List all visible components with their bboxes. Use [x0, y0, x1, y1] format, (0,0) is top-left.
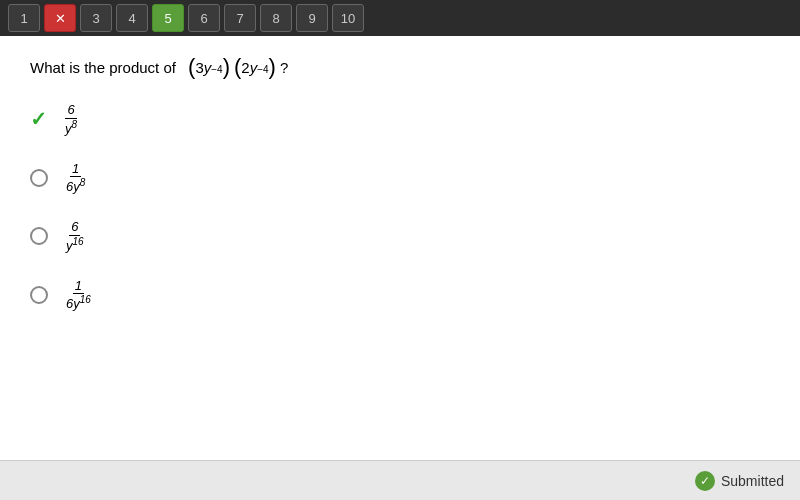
option-a[interactable]: ✓ 6 y8: [30, 102, 770, 137]
nav-btn-8[interactable]: 8: [260, 4, 292, 32]
radio-c: [30, 227, 48, 245]
nav-btn-5[interactable]: 5: [152, 4, 184, 32]
bottom-bar: ✓ Submitted: [0, 460, 800, 500]
option-b[interactable]: 1 6y8: [30, 161, 770, 196]
option-a-value: 6 y8: [61, 102, 81, 137]
option-b-value: 1 6y8: [62, 161, 89, 196]
expr2: ( 2y−4 ): [234, 56, 276, 78]
nav-btn-6[interactable]: 6: [188, 4, 220, 32]
nav-btn-3[interactable]: 3: [80, 4, 112, 32]
nav-btn-9[interactable]: 9: [296, 4, 328, 32]
option-d[interactable]: 1 6y16: [30, 278, 770, 313]
nav-btn-10[interactable]: 10: [332, 4, 364, 32]
question-prefix: What is the product of: [30, 59, 176, 76]
checkmark-icon: ✓: [30, 107, 47, 131]
expr1: ( 3y−4 ): [188, 56, 230, 78]
nav-btn-7[interactable]: 7: [224, 4, 256, 32]
main-content: What is the product of ( 3y−4 ) ( 2y−4 )…: [0, 36, 800, 460]
option-d-value: 1 6y16: [62, 278, 95, 313]
question-text: What is the product of ( 3y−4 ) ( 2y−4 )…: [30, 56, 770, 78]
radio-b: [30, 169, 48, 187]
nav-btn-2[interactable]: ✕: [44, 4, 76, 32]
nav-btn-1[interactable]: 1: [8, 4, 40, 32]
radio-d: [30, 286, 48, 304]
nav-btn-4[interactable]: 4: [116, 4, 148, 32]
submitted-check-icon: ✓: [695, 471, 715, 491]
top-navigation: 1 ✕ 3 4 5 6 7 8 9 10: [0, 0, 800, 36]
option-c[interactable]: 6 y16: [30, 219, 770, 254]
question-suffix: ?: [280, 59, 288, 76]
option-c-value: 6 y16: [62, 219, 88, 254]
submitted-label: Submitted: [721, 473, 784, 489]
submitted-badge: ✓ Submitted: [695, 471, 784, 491]
